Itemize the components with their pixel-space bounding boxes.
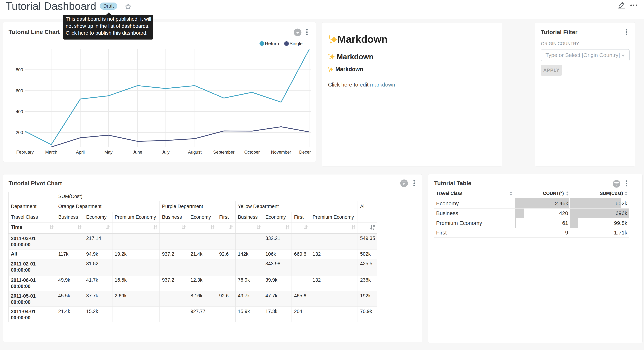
svg-text:July: July — [162, 150, 170, 154]
svg-text:March: March — [45, 150, 57, 154]
svg-text:400: 400 — [16, 109, 23, 114]
svg-text:October: October — [244, 150, 260, 154]
svg-text:August: August — [188, 150, 202, 154]
svg-text:June: June — [133, 150, 142, 154]
svg-text:September: September — [213, 150, 234, 154]
svg-text:Single: Single — [290, 41, 302, 46]
svg-text:200: 200 — [16, 130, 23, 135]
svg-text:600: 600 — [16, 88, 23, 93]
svg-text:February: February — [16, 150, 34, 154]
svg-text:May: May — [104, 150, 112, 154]
svg-text:November: November — [271, 150, 291, 154]
svg-text:April: April — [76, 150, 85, 154]
svg-text:800: 800 — [16, 67, 23, 72]
svg-text:December: December — [299, 150, 311, 154]
svg-text:Return: Return — [265, 41, 279, 46]
